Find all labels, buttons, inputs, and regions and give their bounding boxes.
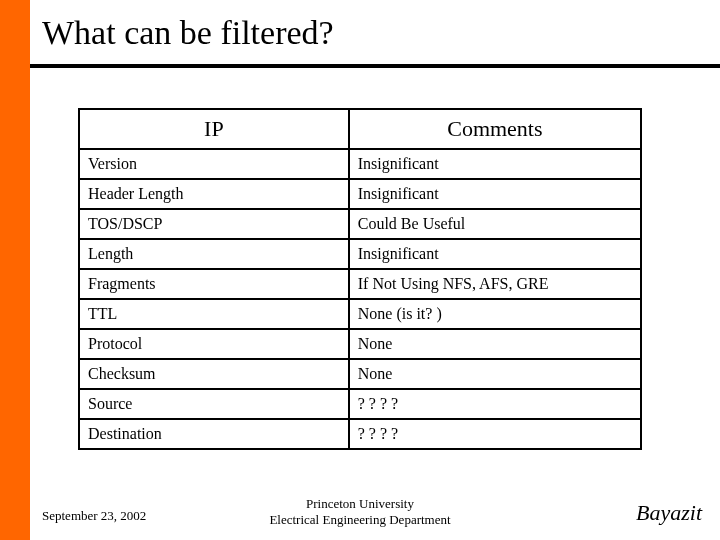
table-row: Destination ? ? ? ? bbox=[79, 419, 641, 449]
table-row: TTL None (is it? ) bbox=[79, 299, 641, 329]
cell-ip: Version bbox=[79, 149, 349, 179]
table-row: Source ? ? ? ? bbox=[79, 389, 641, 419]
table-header-row: IP Comments bbox=[79, 109, 641, 149]
table-row: Header Length Insignificant bbox=[79, 179, 641, 209]
filter-table-wrap: IP Comments Version Insignificant Header… bbox=[78, 108, 642, 450]
cell-ip: Checksum bbox=[79, 359, 349, 389]
footer-center-line1: Princeton University bbox=[306, 496, 414, 511]
cell-comment: None bbox=[349, 359, 641, 389]
cell-comment: Insignificant bbox=[349, 239, 641, 269]
table-row: Protocol None bbox=[79, 329, 641, 359]
cell-comment: Insignificant bbox=[349, 179, 641, 209]
cell-comment: ? ? ? ? bbox=[349, 389, 641, 419]
cell-comment: ? ? ? ? bbox=[349, 419, 641, 449]
cell-comment: Insignificant bbox=[349, 149, 641, 179]
cell-comment: If Not Using NFS, AFS, GRE bbox=[349, 269, 641, 299]
cell-ip: TOS/DSCP bbox=[79, 209, 349, 239]
cell-ip: Protocol bbox=[79, 329, 349, 359]
footer-author: Bayazit bbox=[636, 500, 702, 526]
cell-ip: Header Length bbox=[79, 179, 349, 209]
slide-title: What can be filtered? bbox=[42, 14, 334, 52]
table-row: TOS/DSCP Could Be Useful bbox=[79, 209, 641, 239]
table-row: Checksum None bbox=[79, 359, 641, 389]
cell-ip: Source bbox=[79, 389, 349, 419]
table-row: Version Insignificant bbox=[79, 149, 641, 179]
cell-ip: Length bbox=[79, 239, 349, 269]
cell-comment: None (is it? ) bbox=[349, 299, 641, 329]
cell-ip: Fragments bbox=[79, 269, 349, 299]
title-underline bbox=[30, 64, 720, 68]
footer-center: Princeton University Electrical Engineer… bbox=[0, 496, 720, 529]
header-comments: Comments bbox=[349, 109, 641, 149]
header-ip: IP bbox=[79, 109, 349, 149]
cell-ip: TTL bbox=[79, 299, 349, 329]
filter-table: IP Comments Version Insignificant Header… bbox=[78, 108, 642, 450]
cell-comment: Could Be Useful bbox=[349, 209, 641, 239]
cell-comment: None bbox=[349, 329, 641, 359]
cell-ip: Destination bbox=[79, 419, 349, 449]
table-row: Fragments If Not Using NFS, AFS, GRE bbox=[79, 269, 641, 299]
accent-stripe bbox=[0, 0, 30, 540]
footer-center-line2: Electrical Engineering Department bbox=[269, 512, 450, 527]
table-row: Length Insignificant bbox=[79, 239, 641, 269]
slide: What can be filtered? IP Comments Versio… bbox=[0, 0, 720, 540]
